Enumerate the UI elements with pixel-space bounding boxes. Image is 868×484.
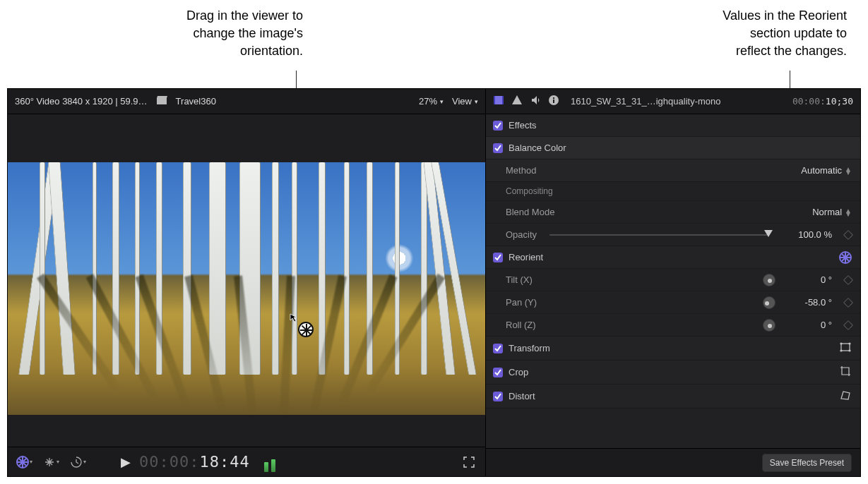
zoom-popup[interactable]: 27% ▾ bbox=[419, 96, 444, 107]
chevron-down-icon: ▾ bbox=[440, 98, 444, 105]
method-popup[interactable]: Automatic ▲▼ bbox=[801, 165, 852, 176]
updown-icon: ▲▼ bbox=[845, 209, 852, 216]
pan-dial[interactable] bbox=[763, 296, 775, 309]
viewer-format-info: 360° Video 3840 x 1920 | 59.9… bbox=[15, 96, 148, 107]
chevron-down-icon: ▾ bbox=[57, 459, 59, 465]
distort-section-header[interactable]: Distort bbox=[486, 385, 860, 409]
chevron-down-icon: ▾ bbox=[30, 459, 32, 465]
annotation-right: Values in the Reorient section update to… bbox=[564, 7, 847, 61]
reorient-checkbox[interactable] bbox=[493, 253, 503, 262]
distort-onscreen-icon[interactable] bbox=[839, 389, 852, 404]
distort-checkbox[interactable] bbox=[493, 392, 503, 401]
svg-rect-0 bbox=[494, 96, 504, 104]
transform-tool-button[interactable]: ▾ bbox=[42, 453, 60, 471]
effects-section-header[interactable]: Effects bbox=[486, 114, 860, 137]
pan-value[interactable]: -58.0 ° bbox=[781, 297, 835, 308]
reorient-section-header[interactable]: Reorient bbox=[486, 246, 860, 269]
reorient-tool-button[interactable]: ▾ bbox=[15, 453, 33, 471]
chevron-down-icon: ▾ bbox=[83, 459, 86, 465]
blend-mode-popup[interactable]: Normal ▲▼ bbox=[812, 207, 852, 217]
keyframe-button[interactable] bbox=[843, 229, 853, 239]
crop-section-header[interactable]: Crop bbox=[486, 361, 860, 385]
crop-onscreen-icon[interactable] bbox=[839, 365, 852, 380]
info-inspector-tab[interactable] bbox=[548, 95, 559, 108]
roll-row: Roll (Z) 0 ° bbox=[486, 314, 860, 337]
distort-label: Distort bbox=[509, 391, 535, 401]
annotation-left: Drag in the viewer to change the image's… bbox=[20, 7, 303, 61]
viewer-image[interactable] bbox=[8, 162, 485, 415]
audio-meter[interactable] bbox=[264, 452, 280, 472]
svg-rect-5 bbox=[553, 97, 554, 99]
svg-rect-6 bbox=[841, 344, 850, 351]
effects-label: Effects bbox=[509, 120, 537, 131]
transform-section-header[interactable]: Transform bbox=[486, 337, 860, 361]
method-label: Method bbox=[493, 165, 536, 176]
compositing-header: Compositing bbox=[486, 182, 860, 201]
timecode-prefix: 00:00: bbox=[139, 453, 199, 471]
roll-dial[interactable] bbox=[763, 319, 775, 332]
fullscreen-button[interactable] bbox=[460, 453, 478, 471]
clapboard-icon bbox=[156, 95, 167, 108]
inspector-timecode: 00:00:10;30 bbox=[792, 96, 853, 107]
updown-icon: ▲▼ bbox=[845, 167, 852, 174]
method-value: Automatic bbox=[801, 165, 842, 176]
play-button[interactable]: ▶ bbox=[121, 454, 131, 470]
inspector-footer: Save Effects Preset bbox=[486, 448, 860, 476]
transform-label: Transform bbox=[509, 343, 550, 353]
chevron-down-icon: ▾ bbox=[475, 98, 478, 105]
zoom-value: 27% bbox=[419, 96, 437, 107]
crop-checkbox[interactable] bbox=[493, 368, 503, 377]
svg-rect-2 bbox=[502, 96, 504, 104]
transform-onscreen-icon[interactable] bbox=[839, 341, 852, 356]
compositing-label: Compositing bbox=[506, 186, 553, 196]
blend-mode-row: Blend Mode Normal ▲▼ bbox=[486, 201, 860, 224]
blend-mode-label: Blend Mode bbox=[493, 207, 554, 217]
viewer-pane: 360° Video 3840 x 1920 | 59.9… Travel360… bbox=[8, 89, 486, 476]
inspector-clip-name: 1610_SW_31_31_…ighquality-mono bbox=[571, 96, 785, 107]
app-window: 360° Video 3840 x 1920 | 59.9… Travel360… bbox=[7, 88, 861, 477]
reorient-onscreen-control-icon[interactable] bbox=[839, 251, 852, 264]
crop-label: Crop bbox=[509, 367, 528, 377]
keyframe-button[interactable] bbox=[843, 274, 853, 284]
view-popup[interactable]: View ▾ bbox=[452, 96, 478, 107]
reorient-label: Reorient bbox=[509, 252, 543, 262]
opacity-row: Opacity 100.0 % bbox=[486, 224, 860, 246]
keyframe-button[interactable] bbox=[843, 320, 853, 329]
pan-row: Pan (Y) -58.0 ° bbox=[486, 291, 860, 314]
video-inspector-tab[interactable] bbox=[493, 95, 504, 108]
timecode-value: 18:44 bbox=[199, 453, 249, 471]
viewer-timecode[interactable]: 00:00:18:44 bbox=[139, 453, 250, 471]
tilt-row: Tilt (X) 0 ° bbox=[486, 269, 860, 291]
viewer-canvas-area[interactable] bbox=[8, 114, 485, 447]
blend-mode-value: Normal bbox=[812, 207, 842, 217]
audio-inspector-tab[interactable] bbox=[530, 95, 541, 108]
method-row: Method Automatic ▲▼ bbox=[486, 159, 860, 182]
opacity-slider[interactable] bbox=[549, 234, 768, 236]
transform-checkbox[interactable] bbox=[493, 344, 503, 353]
tilt-label: Tilt (X) bbox=[493, 274, 533, 285]
roll-value[interactable]: 0 ° bbox=[781, 320, 835, 330]
balance-color-label: Balance Color bbox=[509, 143, 566, 153]
keyframe-button[interactable] bbox=[843, 297, 853, 307]
balance-color-row[interactable]: Balance Color bbox=[486, 137, 860, 159]
inspector-pane: 1610_SW_31_31_…ighquality-mono 00:00:10;… bbox=[486, 89, 860, 476]
color-inspector-tab[interactable] bbox=[511, 95, 523, 108]
effects-checkbox[interactable] bbox=[493, 121, 503, 131]
inspector-body[interactable]: Effects Balance Color Method Automatic ▲… bbox=[486, 114, 860, 448]
retime-tool-button[interactable]: ▾ bbox=[69, 453, 87, 471]
opacity-label: Opacity bbox=[493, 229, 537, 240]
viewer-footer: ▾ ▾ ▾ ▶ 00:00:18:44 bbox=[8, 447, 485, 476]
inspector-header: 1610_SW_31_31_…ighquality-mono 00:00:10;… bbox=[486, 89, 860, 114]
svg-rect-1 bbox=[494, 96, 495, 104]
viewer-header: 360° Video 3840 x 1920 | 59.9… Travel360… bbox=[8, 89, 485, 114]
scene-trees bbox=[8, 162, 485, 415]
save-effects-preset-button[interactable]: Save Effects Preset bbox=[762, 454, 852, 472]
pan-label: Pan (Y) bbox=[493, 297, 537, 308]
opacity-value[interactable]: 100.0 % bbox=[781, 229, 835, 240]
view-label: View bbox=[452, 96, 472, 107]
svg-rect-4 bbox=[553, 99, 554, 103]
roll-label: Roll (Z) bbox=[493, 320, 536, 330]
balance-color-checkbox[interactable] bbox=[493, 143, 503, 153]
tilt-value[interactable]: 0 ° bbox=[781, 274, 835, 285]
tilt-dial[interactable] bbox=[763, 274, 775, 286]
